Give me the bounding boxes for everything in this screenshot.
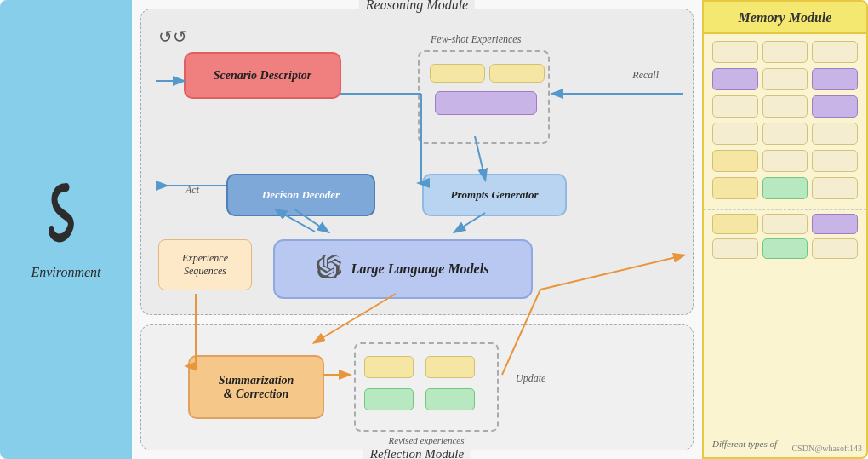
- refresh-icon: ↺↺: [158, 26, 187, 47]
- mem-cell-5-1: [712, 150, 758, 172]
- revised-card-4: [425, 388, 475, 410]
- few-shot-card-3: [435, 91, 537, 115]
- mem-cell-6-3: [812, 177, 858, 199]
- mem-cell-3-3: [812, 95, 858, 118]
- few-shot-label: Few-shot Experiences: [431, 33, 521, 46]
- env-label: Environment: [31, 265, 100, 280]
- act-label: Act: [186, 184, 199, 197]
- memory-panel: Memory Module: [702, 0, 868, 459]
- few-shot-box: [418, 50, 550, 144]
- center-content: Reasoning Module ↺↺ Observe Scenario Des…: [132, 0, 702, 459]
- mem-row-4: [712, 123, 858, 145]
- mem-row-6: [712, 177, 858, 199]
- few-shot-card-2: [489, 64, 545, 83]
- mem-row-1: [712, 41, 858, 63]
- reflection-module: Reflection Module Summarization & Correc…: [140, 324, 694, 450]
- mem-cell-2-3: [812, 68, 858, 90]
- revised-card-2: [425, 356, 475, 378]
- update-label: Update: [516, 372, 545, 385]
- diff-types-text: Different types of: [712, 439, 777, 449]
- recall-label: Recall: [632, 69, 659, 82]
- mem-cell-1-2: [762, 41, 808, 63]
- mem-cell-3-1: [712, 95, 758, 118]
- mem-cell-4-3: [812, 123, 858, 145]
- openai-icon: [317, 255, 341, 284]
- prompts-generator-box: Prompts Generator: [422, 174, 567, 216]
- mem-cell-4-2: [762, 123, 808, 145]
- revised-label: Revised experiences: [389, 435, 465, 445]
- mem-row-3: [712, 95, 858, 118]
- mem-cell-3-2: [762, 95, 808, 118]
- memory-title: Memory Module: [704, 2, 866, 34]
- scenario-descriptor-box: Scenario Descriptor: [184, 52, 341, 99]
- mem-cell-2-1: [712, 68, 758, 90]
- reasoning-label: Reasoning Module: [359, 0, 475, 13]
- mem-cell-1-1: [712, 41, 758, 63]
- mem-row-2: [712, 68, 858, 90]
- watermark: CSDN@whasoft143: [791, 444, 862, 453]
- revised-experiences-box: Revised experiences: [354, 342, 499, 432]
- main-container: Environment Reasoning Module ↺↺ Observe …: [0, 0, 868, 459]
- llm-box: Large Language Models: [273, 239, 533, 299]
- mem-cell-5-3: [812, 150, 858, 172]
- summarization-box: Summarization & Correction: [188, 355, 324, 419]
- environment-panel: Environment: [0, 0, 132, 459]
- mem-cell-2-2: [762, 68, 808, 90]
- revised-card-3: [364, 388, 414, 410]
- decision-decoder-box: Decison Decoder: [226, 174, 375, 216]
- reflection-label: Reflection Module: [363, 447, 471, 459]
- mem-cell-1-3: [812, 41, 858, 63]
- mem-cell-5-2: [762, 150, 808, 172]
- revised-card-1: [364, 356, 414, 378]
- mem-row-5: [712, 150, 858, 172]
- memory-grid: [704, 34, 866, 206]
- few-shot-card-1: [430, 64, 485, 83]
- mem-cell-6-1: [712, 177, 758, 199]
- experience-sequences-box: Experience Sequences: [158, 239, 252, 290]
- env-logo: [45, 179, 87, 255]
- reasoning-module: Reasoning Module ↺↺ Observe Scenario Des…: [140, 9, 694, 315]
- mem-cell-4-1: [712, 123, 758, 145]
- mem-cell-6-2: [762, 177, 808, 199]
